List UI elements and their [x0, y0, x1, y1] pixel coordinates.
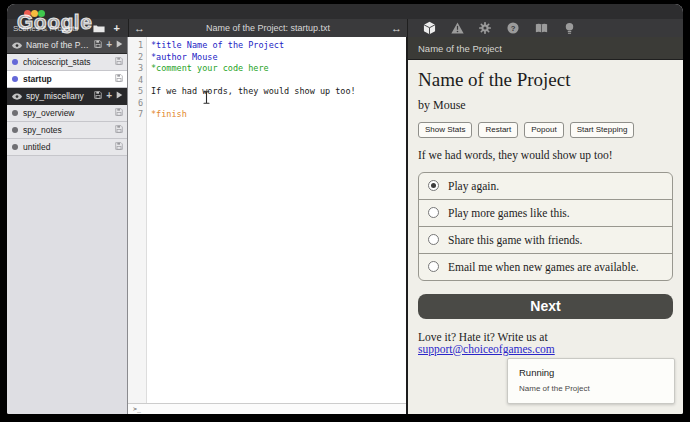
- running-notification: Running Name of the Project: [507, 358, 675, 404]
- notification-subtitle: Name of the Project: [519, 384, 663, 393]
- sidebar-item-label: spy_miscellany: [26, 91, 90, 101]
- code-line[interactable]: If we had words, they would show up too!: [151, 86, 406, 98]
- sidebar-item-label: untitled: [23, 142, 110, 152]
- line-number: 4: [128, 75, 146, 87]
- support-email-link[interactable]: support@choiceofgames.com: [418, 343, 555, 355]
- scene-status-dot: [12, 76, 18, 82]
- game-title: Name of the Project: [418, 69, 675, 91]
- code-line[interactable]: *title Name of the Project: [151, 40, 406, 52]
- line-number: 6: [128, 98, 146, 110]
- eye-icon[interactable]: [12, 42, 22, 49]
- line-number: 1: [128, 40, 146, 52]
- add-scene-icon[interactable]: +: [106, 40, 112, 50]
- radio-button[interactable]: [428, 207, 439, 218]
- code-line[interactable]: [151, 98, 406, 110]
- game-footer: Love it? Hate it? Write us at support@ch…: [418, 331, 675, 355]
- code-line[interactable]: [151, 75, 406, 87]
- game-button-row: Show StatsRestartPopoutStart Stepping: [418, 122, 675, 138]
- choice-option[interactable]: Share this game with friends.: [419, 227, 672, 254]
- sidebar-item-startup[interactable]: startup: [7, 71, 127, 88]
- game-toolbar: ?: [408, 19, 683, 37]
- code-line[interactable]: *finish: [151, 109, 406, 121]
- app-window: Google Scenes & Projects + ↔ Name of the…: [7, 4, 683, 414]
- help-icon[interactable]: ?: [499, 20, 527, 36]
- close-button[interactable]: [24, 10, 31, 17]
- sidebar-item-spy-notes[interactable]: spy_notes: [7, 122, 127, 139]
- run-icon[interactable]: [116, 40, 123, 50]
- console-toggle[interactable]: >_: [128, 403, 406, 414]
- choice-option-label: Play again.: [448, 180, 499, 192]
- save-icon[interactable]: [115, 108, 123, 118]
- add-icon[interactable]: +: [114, 23, 120, 34]
- choice-option[interactable]: Play again.: [419, 173, 672, 200]
- line-number: 2: [128, 52, 146, 64]
- save-icon[interactable]: [94, 40, 102, 50]
- choice-options-group: Play again. Play more games like this. S…: [418, 172, 673, 281]
- main-row: Name of the Project + choicescript_stats…: [7, 37, 683, 414]
- choice-option[interactable]: Email me when new games are available.: [419, 254, 672, 280]
- swap-panes-right-icon[interactable]: ↔: [391, 23, 402, 34]
- scene-status-dot: [12, 110, 18, 116]
- choice-option-label: Share this game with friends.: [448, 234, 582, 246]
- svg-text:?: ?: [511, 24, 516, 33]
- save-icon[interactable]: [115, 142, 123, 152]
- game-panel: Name of the Project Name of the Project …: [408, 37, 683, 414]
- code-line[interactable]: *comment your code here: [151, 63, 406, 75]
- sidebar-item-name-of-the-project[interactable]: Name of the Project +: [7, 37, 127, 54]
- sidebar-item-choicescript-stats[interactable]: choicescript_stats: [7, 54, 127, 71]
- popout-button[interactable]: Popout: [524, 122, 563, 138]
- choice-option-label: Email me when new games are available.: [448, 261, 639, 273]
- sidebar-header-title: Scenes & Projects: [13, 24, 78, 33]
- sidebar-item-untitled[interactable]: untitled: [7, 139, 127, 156]
- start-stepping-button[interactable]: Start Stepping: [570, 122, 635, 138]
- eye-icon[interactable]: [12, 93, 22, 100]
- save-icon[interactable]: [115, 125, 123, 135]
- radio-button[interactable]: [428, 180, 439, 191]
- open-folder-icon[interactable]: [93, 19, 105, 37]
- lightbulb-icon[interactable]: [555, 20, 583, 36]
- cube-icon[interactable]: [415, 20, 443, 36]
- choice-option[interactable]: Play more games like this.: [419, 200, 672, 227]
- save-icon[interactable]: [115, 74, 123, 84]
- radio-button[interactable]: [428, 234, 439, 245]
- next-button[interactable]: Next: [418, 294, 673, 319]
- warning-icon[interactable]: [443, 20, 471, 36]
- sidebar-item-label: Name of the Project: [26, 40, 90, 50]
- footer-text: Love it? Hate it? Write us at: [418, 331, 548, 343]
- code-area[interactable]: *title Name of the Project*author Mouse*…: [147, 37, 406, 403]
- choice-option-label: Play more games like this.: [448, 207, 570, 219]
- scene-status-dot: [12, 127, 18, 133]
- book-icon[interactable]: [527, 20, 555, 36]
- editor-title: Name of the Project: startup.txt: [206, 23, 330, 33]
- sidebar-item-label: spy_overview: [23, 108, 110, 118]
- zoom-button[interactable]: [38, 10, 45, 17]
- game-tab-bar[interactable]: Name of the Project: [408, 37, 683, 60]
- sidebar-item-label: choicescript_stats: [23, 57, 110, 67]
- header-row: Scenes & Projects + ↔ Name of the Projec…: [7, 19, 683, 37]
- console-prompt: >_: [133, 405, 141, 413]
- line-number-gutter: 1234567: [128, 37, 147, 403]
- show-stats-button[interactable]: Show Stats: [418, 122, 472, 138]
- gear-icon[interactable]: [471, 20, 499, 36]
- line-number: 7: [128, 109, 146, 121]
- sidebar-item-label: spy_notes: [23, 125, 110, 135]
- game-tab-title: Name of the Project: [418, 43, 502, 54]
- code-line[interactable]: *author Mouse: [151, 52, 406, 64]
- sidebar-item-spy-miscellany[interactable]: spy_miscellany +: [7, 88, 127, 105]
- editor-titlebar: ↔ Name of the Project: startup.txt ↔: [128, 19, 408, 37]
- notification-title: Running: [519, 367, 663, 378]
- save-icon[interactable]: [115, 57, 123, 67]
- radio-button[interactable]: [428, 261, 439, 272]
- game-byline: by Mouse: [418, 98, 675, 113]
- line-number: 5: [128, 86, 146, 98]
- run-icon[interactable]: [116, 91, 123, 101]
- minimize-button[interactable]: [31, 10, 38, 17]
- line-number: 3: [128, 63, 146, 75]
- sidebar-list: Name of the Project + choicescript_stats…: [7, 37, 128, 414]
- restart-button[interactable]: Restart: [478, 122, 518, 138]
- swap-panes-left-icon[interactable]: ↔: [134, 23, 145, 34]
- sidebar-item-spy-overview[interactable]: spy_overview: [7, 105, 127, 122]
- add-scene-icon[interactable]: +: [106, 91, 112, 101]
- save-icon[interactable]: [94, 91, 102, 101]
- text-cursor-icon: [203, 90, 210, 108]
